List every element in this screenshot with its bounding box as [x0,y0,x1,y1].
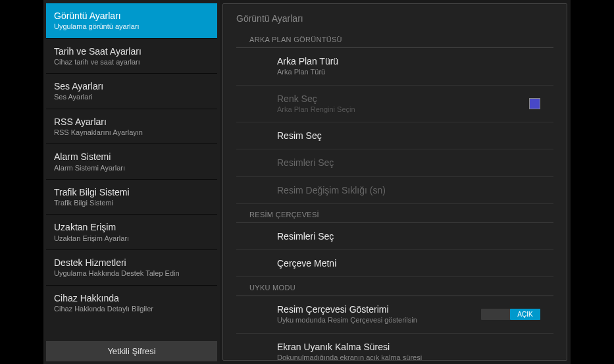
setting-bg-color[interactable]: Renk Seç Arka Plan Rengini Seçin [236,86,553,123]
content-inner: Görüntü Ayarları ARKA PLAN GÖRÜNTÜSÜ Ark… [223,4,567,361]
setting-title: Resim Çerçevesi Gösterimi [277,303,481,315]
setting-subtitle: Uyku modunda Resim Çerçevesi gösterilsin [277,315,481,325]
setting-text: Resimleri Seç [277,230,540,242]
setting-text: Renk Seç Arka Plan Rengini Seçin [277,93,529,115]
sidebar-item-label: Tarih ve Saat Ayarları [54,45,209,57]
setting-title: Ekran Uyanık Kalma Süresi [277,341,540,353]
sidebar-item-label: Ses Ayarları [54,80,209,92]
sidebar-item-rss[interactable]: RSS Ayarları RSS Kaynaklarını Ayarlayın [46,109,217,145]
setting-title: Çerçeve Metni [277,257,540,269]
sidebar-item-label: Uzaktan Erişim [54,221,209,233]
sidebar-item-sublabel: RSS Kaynaklarını Ayarlayın [54,128,209,138]
setting-text: Arka Plan Türü Arka Plan Türü [277,55,540,78]
sidebar-items-list: Görüntü Ayarları Uygulama görüntü ayarla… [46,3,217,320]
setting-title: Resimleri Seç [277,230,540,242]
sidebar-item-sound[interactable]: Ses Ayarları Ses Ayarlari [46,74,217,109]
sidebar-item-label: Cihaz Hakkında [54,292,209,304]
sidebar-item-label: Trafik Bilgi Sistemi [54,186,209,198]
setting-bg-images[interactable]: Resimleri Seç [236,149,553,176]
main-container: Görüntü Ayarları Uygulama görüntü ayarla… [43,0,571,364]
setting-subtitle: Arka Plan Rengini Seçin [277,105,529,115]
setting-bg-image[interactable]: Resim Seç [236,122,553,149]
sidebar-item-sublabel: Cihaz tarih ve saat ayarları [54,57,209,67]
sidebar-item-support[interactable]: Destek Hizmetleri Uygulama Hakkında Dest… [46,250,217,286]
setting-text: Ekran Uyanık Kalma Süresi Dokunulmadığın… [277,341,540,361]
color-swatch [529,98,540,109]
toggle-handle-on: AÇIK [510,309,540,320]
setting-bg-type[interactable]: Arka Plan Türü Arka Plan Türü [236,48,553,86]
page-title: Görüntü Ayarları [223,4,567,36]
sidebar-item-remote[interactable]: Uzaktan Erişim Uzaktan Erişim Ayarları [46,215,217,250]
setting-text: Çerçeve Metni [277,257,540,269]
auth-password-button[interactable]: Yetkili Şifresi [46,341,217,361]
setting-title: Resimleri Seç [277,157,540,169]
content-panel: Görüntü Ayarları ARKA PLAN GÖRÜNTÜSÜ Ark… [222,3,567,361]
sidebar-item-label: Görüntü Ayarları [54,10,209,22]
sidebar-item-display[interactable]: Görüntü Ayarları Uygulama görüntü ayarla… [46,3,217,39]
section-header-frame: RESİM ÇERÇEVESİ [236,211,553,223]
sidebar-item-sublabel: Trafik Bilgi Sistemi [54,198,209,208]
setting-sleep-show-frame[interactable]: Resim Çerçevesi Gösterimi Uyku modunda R… [236,296,553,334]
setting-bg-freq[interactable]: Resim Değişim Sıklığı (sn) [236,177,553,204]
toggle-switch[interactable]: AÇIK [481,309,540,320]
sidebar-item-alarm[interactable]: Alarm Sistemi Alarm Sistemi Ayarları [46,144,217,180]
sidebar-item-datetime[interactable]: Tarih ve Saat Ayarları Cihaz tarih ve sa… [46,39,217,74]
setting-frame-text[interactable]: Çerçeve Metni [236,250,553,277]
section-header-background: ARKA PLAN GÖRÜNTÜSÜ [236,36,553,48]
sidebar-item-sublabel: Cihaz Hakkında Detaylı Bilgiler [54,304,209,314]
left-gutter [0,0,43,364]
right-gutter [571,0,614,364]
sidebar-item-sublabel: Uzaktan Erişim Ayarları [54,234,209,244]
sidebar-item-label: Destek Hizmetleri [54,257,209,269]
setting-title: Resim Değişim Sıklığı (sn) [277,184,540,196]
setting-text: Resim Değişim Sıklığı (sn) [277,184,540,196]
sidebar-item-sublabel: Uygulama Hakkında Destek Talep Edin [54,269,209,278]
setting-text: Resimleri Seç [277,157,540,169]
sidebar-item-about[interactable]: Cihaz Hakkında Cihaz Hakkında Detaylı Bi… [46,286,217,321]
sidebar-item-sublabel: Uygulama görüntü ayarları [54,22,209,32]
sidebar: Görüntü Ayarları Uygulama görüntü ayarla… [43,0,220,364]
setting-frame-images[interactable]: Resimleri Seç [236,223,553,250]
setting-subtitle: Dokunulmadığında ekranın açık kalma süre… [277,353,540,361]
setting-subtitle: Arka Plan Türü [277,67,540,77]
setting-text: Resim Seç [277,130,540,142]
sidebar-footer: Yetkili Şifresi [46,341,217,361]
sidebar-item-label: Alarm Sistemi [54,151,209,163]
sidebar-item-sublabel: Alarm Sistemi Ayarları [54,163,209,173]
setting-sleep-awake-duration[interactable]: Ekran Uyanık Kalma Süresi Dokunulmadığın… [236,334,553,361]
section-header-sleep: UYKU MODU [236,284,553,296]
setting-title: Arka Plan Türü [277,55,540,67]
setting-text: Resim Çerçevesi Gösterimi Uyku modunda R… [277,303,481,326]
sidebar-item-label: RSS Ayarları [54,116,209,128]
sidebar-item-traffic[interactable]: Trafik Bilgi Sistemi Trafik Bilgi Sistem… [46,180,217,215]
sidebar-item-sublabel: Ses Ayarlari [54,92,209,102]
setting-title: Renk Seç [277,93,529,105]
setting-title: Resim Seç [277,130,540,142]
